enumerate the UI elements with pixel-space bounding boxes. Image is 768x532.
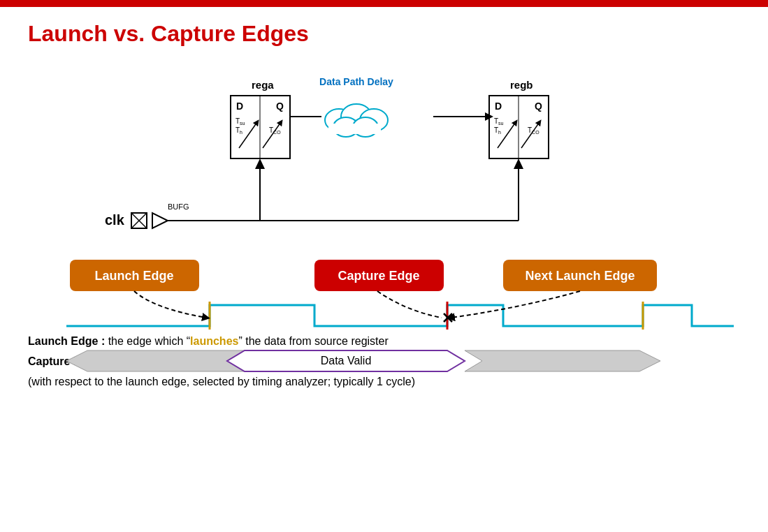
svg-text:Launch Edge: Launch Edge [94, 269, 173, 283]
svg-text:Next Launch Edge: Next Launch Edge [525, 269, 635, 283]
top-bar [0, 0, 768, 7]
svg-text:Q: Q [535, 101, 542, 112]
svg-text:Data Valid: Data Valid [321, 355, 372, 367]
svg-marker-55 [66, 350, 245, 371]
svg-text:BUFG: BUFG [168, 202, 189, 211]
svg-text:regb: regb [510, 79, 533, 91]
svg-marker-7 [255, 158, 265, 169]
svg-text:D: D [236, 101, 243, 112]
svg-text:Data Path Delay: Data Path Delay [319, 76, 393, 87]
svg-text:clk: clk [105, 212, 125, 228]
rega-label: rega [252, 79, 274, 91]
svg-marker-58 [465, 350, 660, 371]
svg-text:D: D [495, 101, 502, 112]
svg-marker-38 [152, 213, 168, 228]
page-title: Launch vs. Capture Edges [28, 21, 740, 47]
diagram-svg: rega D Q Tsu Th TCO regb D Q Tsu Th TCO [28, 61, 741, 403]
svg-marker-18 [514, 158, 523, 169]
svg-text:Q: Q [276, 101, 284, 112]
svg-text:Capture  Edge: Capture Edge [338, 269, 419, 283]
svg-rect-32 [328, 124, 381, 134]
diagram-area: rega D Q Tsu Th TCO regb D Q Tsu Th TCO [28, 61, 740, 326]
